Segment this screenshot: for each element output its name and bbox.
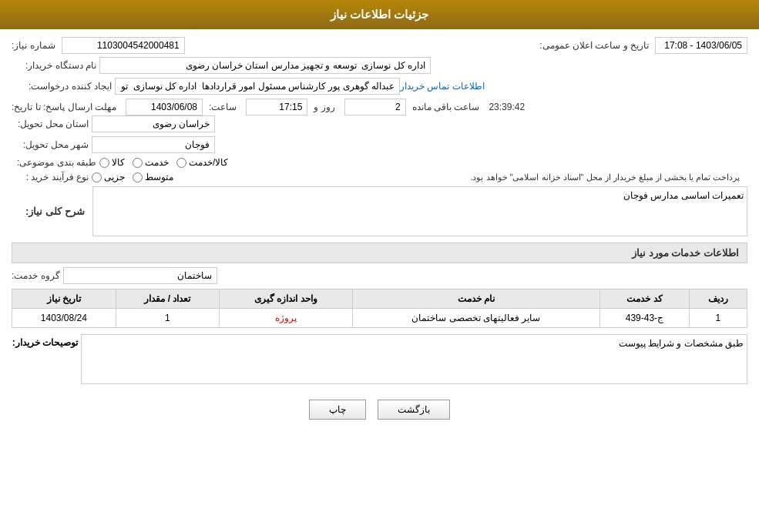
radio-motavaset: متوسط: [133, 172, 173, 182]
roz-label: روز و: [314, 102, 334, 112]
row-goroh: گروه خدمت:: [12, 267, 747, 284]
tabaqe-radio-group: کالا/خدمت خدمت کالا: [99, 157, 228, 168]
col-radif: ردیف: [689, 289, 747, 309]
row-ijad: اطلاعات تماس خریدار ایجاد کننده درخواست:: [12, 78, 747, 95]
goroh-input[interactable]: [63, 267, 217, 284]
shahr-input[interactable]: [92, 136, 215, 153]
farayand-desc: پرداخت تمام یا بخشی از مبلغ خریدار از مح…: [173, 172, 747, 182]
cell-kod: ج-43-439: [599, 309, 689, 328]
row-farayand: پرداخت تمام یا بخشی از مبلغ خریدار از مح…: [12, 172, 747, 182]
roz-input[interactable]: [344, 99, 406, 115]
page-wrapper: جزئیات اطلاعات نیاز تاریخ و ساعت اعلان ع…: [0, 0, 759, 532]
radio-jozii: جزیی: [92, 172, 125, 182]
khadamat-section-title: اطلاعات خدمات مورد نیاز: [12, 243, 747, 263]
radio-khedmat-input[interactable]: [133, 158, 143, 168]
sharh-niaz-label: شرح کلی نیاز:: [18, 202, 92, 221]
tosiyat-textarea[interactable]: طبق مشخصات و شرایط پیوست: [81, 334, 747, 384]
table-header-row: ردیف کد خدمت نام خدمت واحد اندازه گیری ت…: [12, 289, 747, 309]
col-vahed: واحد اندازه گیری: [220, 289, 352, 309]
mohlat-date-input[interactable]: [126, 99, 203, 115]
col-tarikh: تاریخ نیاز: [12, 289, 116, 309]
table-row: 1 ج-43-439 سایر فعالیتهای تخصصی ساختمان …: [12, 309, 747, 328]
row-nam-dastgah: نام دستگاه خریدار:: [12, 57, 747, 74]
shomara-niaz-input[interactable]: [62, 37, 185, 54]
cell-radif: 1: [689, 309, 747, 328]
row-mohlat: 23:39:42 ساعت باقی مانده روز و ساعت: مهل…: [12, 99, 747, 115]
motavaset-label: متوسط: [145, 172, 173, 182]
radio-jozii-input[interactable]: [92, 172, 102, 182]
bazgasht-button[interactable]: بازگشت: [378, 400, 450, 420]
sharh-niaz-section: تعمیرات اساسی مدارس فوجان شرح کلی نیاز:: [12, 186, 747, 236]
services-table: ردیف کد خدمت نام خدمت واحد اندازه گیری ت…: [12, 289, 747, 328]
page-title: جزئیات اطلاعات نیاز: [331, 8, 428, 21]
bottom-buttons: بازگشت چاپ: [12, 390, 747, 429]
row-shahr: شهر محل تحویل:: [12, 136, 747, 153]
remaining-label: ساعت باقی مانده: [412, 102, 480, 112]
kala-label: کالا: [112, 157, 125, 168]
radio-kala: کالا: [99, 157, 125, 168]
ijad-input[interactable]: [115, 78, 400, 95]
main-content: تاریخ و ساعت اعلان عمومی: شماره نیاز: نا…: [0, 29, 759, 437]
ostan-input[interactable]: [92, 115, 215, 132]
tarikh-aalan-input[interactable]: [655, 37, 747, 54]
cell-tedad: 1: [116, 309, 220, 328]
khedmat-label: خدمت: [145, 157, 169, 168]
vahed-link[interactable]: پروژه: [275, 313, 297, 323]
remaining-time-display: 23:39:42: [489, 102, 525, 112]
row-shomara: تاریخ و ساعت اعلان عمومی: شماره نیاز:: [12, 37, 747, 54]
col-tedad: تعداد / مقدار: [116, 289, 220, 309]
nam-dastgah-label: نام دستگاه خریدار:: [12, 60, 96, 71]
mohlat-time-input[interactable]: [246, 99, 307, 115]
jozii-label: جزیی: [104, 172, 125, 182]
mohlat-label: مهلت ارسال پاسخ: تا تاریخ:: [12, 102, 116, 112]
radio-kala-khedmat-input[interactable]: [176, 158, 186, 168]
page-header: جزئیات اطلاعات نیاز: [0, 0, 759, 29]
row-ostan: استان محل تحویل:: [12, 115, 747, 132]
radio-kala-khedmat: کالا/خدمت: [176, 157, 228, 168]
ettelaat-tamas-link[interactable]: اطلاعات تماس خریدار: [400, 81, 485, 92]
ijad-label: ایجاد کننده درخواست:: [12, 81, 112, 92]
cell-nam: سایر فعالیتهای تخصصی ساختمان: [352, 309, 599, 328]
kala-khedmat-label: کالا/خدمت: [189, 157, 228, 168]
mohlat-time-label: ساعت:: [209, 102, 237, 112]
col-nam: نام خدمت: [352, 289, 599, 309]
shahr-label: شهر محل تحویل:: [12, 139, 89, 150]
shomara-group: شماره نیاز:: [12, 37, 185, 54]
nam-dastgah-input[interactable]: [99, 57, 431, 74]
tosiyat-section: طبق مشخصات و شرایط پیوست توصیحات خریدار:: [12, 334, 747, 384]
radio-khedmat: خدمت: [133, 157, 169, 168]
shomara-niaz-label: شماره نیاز:: [12, 40, 55, 51]
radio-kala-input[interactable]: [99, 158, 109, 168]
farayand-radio-group: متوسط جزیی: [92, 172, 173, 182]
sharh-niaz-textarea[interactable]: تعمیرات اساسی مدارس فوجان: [92, 186, 747, 236]
ostan-label: استان محل تحویل:: [12, 119, 89, 129]
col-kod: کد خدمت: [599, 289, 689, 309]
tosiyat-label: توصیحات خریدار:: [12, 334, 81, 348]
tarikh-aalan-label: تاریخ و ساعت اعلان عمومی:: [539, 40, 649, 51]
cell-tarikh: 1403/08/24: [12, 309, 116, 328]
tabaqe-label: طبقه بندی موضوعی:: [12, 157, 96, 168]
goroh-label: گروه خدمت:: [12, 270, 60, 281]
chap-button[interactable]: چاپ: [309, 400, 366, 420]
cell-vahed: پروژه: [220, 309, 352, 328]
radio-motavaset-input[interactable]: [133, 172, 143, 182]
farayand-label: نوع فرآیند خرید :: [12, 172, 89, 182]
tarikh-aalan-group: تاریخ و ساعت اعلان عمومی:: [539, 37, 747, 54]
row-tabaqe: کالا/خدمت خدمت کالا طبقه بندی موضوعی:: [12, 157, 747, 168]
